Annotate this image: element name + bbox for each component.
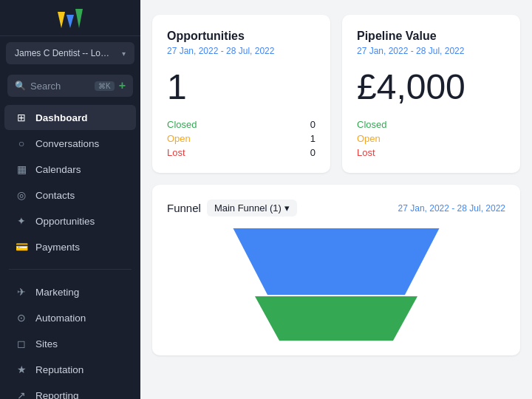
closed-label: Closed <box>167 119 197 130</box>
sidebar-item-payments[interactable]: 💳 Payments <box>4 234 136 259</box>
logo <box>0 0 140 36</box>
arrow-yellow-icon <box>58 12 65 28</box>
search-shortcut: ⌘K <box>95 81 115 91</box>
lost-label: Lost <box>167 147 185 158</box>
sidebar-item-automation[interactable]: ⊙ Automation <box>4 305 136 330</box>
automation-icon: ⊙ <box>15 312 28 324</box>
sidebar-item-conversations[interactable]: ○ Conversations <box>4 131 136 156</box>
pipeline-closed-row: Closed <box>357 119 505 130</box>
pipeline-card: Pipeline Value 27 Jan, 2022 - 28 Jul, 20… <box>342 15 520 173</box>
calendars-icon: ▦ <box>15 163 28 175</box>
sidebar-item-label: Reporting <box>35 390 79 400</box>
opportunities-icon: ✦ <box>15 215 28 227</box>
search-bar[interactable]: 🔍 Search ⌘K + <box>7 75 133 97</box>
chevron-down-icon: ▾ <box>122 50 126 58</box>
search-add-icon[interactable]: + <box>119 79 126 92</box>
marketing-icon: ✈ <box>15 286 28 298</box>
contacts-icon: ◎ <box>15 189 28 201</box>
pipeline-title: Pipeline Value <box>357 30 505 43</box>
opportunities-date: 27 Jan, 2022 - 28 Jul, 2022 <box>167 46 316 56</box>
open-value: 1 <box>310 133 316 144</box>
pipeline-stats: Closed Open Lost <box>357 119 505 158</box>
workspace-selector[interactable]: James C Dentist -- Lon... ▾ <box>6 42 134 64</box>
sidebar-item-label: Contacts <box>35 190 75 201</box>
stat-lost-row: Lost 0 <box>167 147 316 158</box>
reputation-icon: ★ <box>15 364 28 375</box>
sidebar-item-sites[interactable]: ◻ Sites <box>4 331 136 356</box>
opportunities-title: Opportunities <box>167 30 316 43</box>
sidebar-item-reputation[interactable]: ★ Reputation <box>4 357 136 382</box>
sidebar-item-label: Conversations <box>35 138 99 149</box>
pipeline-date: 27 Jan, 2022 - 28 Jul, 2022 <box>357 46 505 56</box>
stat-open-row: Open 1 <box>167 133 316 144</box>
search-icon: 🔍 <box>15 81 26 91</box>
funnel-bottom-section <box>255 296 417 341</box>
pipeline-total: £4,000 <box>357 66 505 107</box>
logo-arrows <box>58 9 83 28</box>
funnel-header: Funnel Main Funnel (1) ▾ 27 Jan, 2022 - … <box>167 200 505 216</box>
open-label: Open <box>167 133 191 144</box>
sidebar-item-opportunities[interactable]: ✦ Opportunities <box>4 208 136 233</box>
nav-secondary: ✈ Marketing ⊙ Automation ◻ Sites ★ Reput… <box>0 276 140 399</box>
sidebar-item-contacts[interactable]: ◎ Contacts <box>4 183 136 208</box>
opportunities-total: 1 <box>167 66 316 107</box>
pipeline-closed-label: Closed <box>357 119 386 130</box>
sidebar-item-label: Reputation <box>35 364 83 375</box>
nav-divider <box>9 269 132 270</box>
payments-icon: 💳 <box>15 241 28 253</box>
stat-closed-row: Closed 0 <box>167 119 316 130</box>
sidebar-item-label: Dashboard <box>35 112 88 123</box>
funnel-card: Funnel Main Funnel (1) ▾ 27 Jan, 2022 - … <box>152 185 520 355</box>
closed-value: 0 <box>310 119 316 130</box>
sidebar: James C Dentist -- Lon... ▾ 🔍 Search ⌘K … <box>0 0 140 399</box>
sites-icon: ◻ <box>15 338 28 349</box>
top-cards-row: Opportunities 27 Jan, 2022 - 28 Jul, 202… <box>152 15 520 173</box>
funnel-top-section <box>222 228 451 295</box>
pipeline-open-label: Open <box>357 133 381 144</box>
nav-primary: ⊞ Dashboard ○ Conversations ▦ Calendars … <box>0 101 140 263</box>
funnel-chevron-icon: ▾ <box>284 202 290 214</box>
sidebar-item-label: Automation <box>35 313 86 324</box>
sidebar-item-dashboard[interactable]: ⊞ Dashboard <box>4 105 136 130</box>
sidebar-item-label: Calendars <box>35 164 81 175</box>
sidebar-item-label: Opportunities <box>35 216 95 227</box>
opportunities-card: Opportunities 27 Jan, 2022 - 28 Jul, 202… <box>152 15 330 173</box>
funnel-date: 27 Jan, 2022 - 28 Jul, 2022 <box>398 203 505 214</box>
search-placeholder: Search <box>30 81 90 92</box>
arrow-blue-icon <box>66 15 74 28</box>
sidebar-item-calendars[interactable]: ▦ Calendars <box>4 157 136 182</box>
pipeline-lost-row: Lost <box>357 147 505 158</box>
sidebar-item-marketing[interactable]: ✈ Marketing <box>4 279 136 304</box>
arrow-green-icon <box>75 9 83 28</box>
funnel-left: Funnel Main Funnel (1) ▾ <box>167 200 297 216</box>
conversations-icon: ○ <box>15 137 28 149</box>
sidebar-item-reporting[interactable]: ↗ Reporting <box>4 383 136 399</box>
funnel-selector-label: Main Funnel (1) <box>214 202 282 214</box>
pipeline-lost-label: Lost <box>357 147 375 158</box>
main-content: Opportunities 27 Jan, 2022 - 28 Jul, 202… <box>140 0 532 399</box>
sidebar-item-label: Marketing <box>35 287 79 298</box>
lost-value: 0 <box>310 147 316 158</box>
funnel-title: Funnel <box>167 202 201 214</box>
sidebar-item-label: Payments <box>35 242 80 253</box>
reporting-icon: ↗ <box>15 389 28 399</box>
pipeline-open-row: Open <box>357 133 505 144</box>
sidebar-item-label: Sites <box>35 338 58 349</box>
dashboard-icon: ⊞ <box>15 112 28 123</box>
funnel-selector[interactable]: Main Funnel (1) ▾ <box>207 200 297 216</box>
opportunities-stats: Closed 0 Open 1 Lost 0 <box>167 119 316 158</box>
workspace-name: James C Dentist -- Lon... <box>15 48 111 58</box>
funnel-visual <box>167 228 505 341</box>
